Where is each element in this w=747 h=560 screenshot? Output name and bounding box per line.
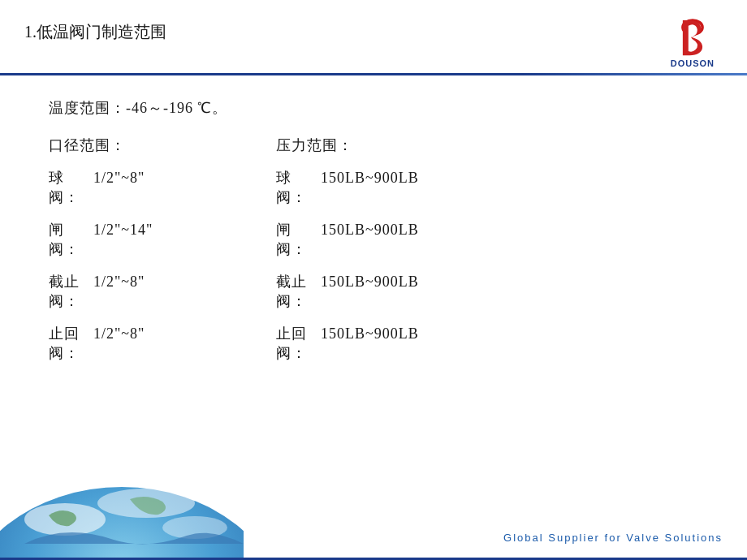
- valve-diameter-value: 1/2"~8": [93, 274, 145, 291]
- valve-name-right: 截止阀：: [276, 272, 321, 311]
- earth-decoration: [0, 454, 244, 560]
- valve-name-right: 止回阀：: [276, 324, 321, 363]
- valve-pressure-value: 150LB~900LB: [321, 325, 419, 342]
- valve-diameter-value: 1/2"~8": [93, 170, 145, 187]
- page-header: 1.低温阀门制造范围 DOUSON: [0, 0, 747, 68]
- valve-row: 球 阀： 1/2"~8" 球 阀： 150LB~900LB: [49, 168, 698, 207]
- valve-diameter-col: 球 阀： 1/2"~8": [49, 168, 276, 207]
- valve-pressure-value: 150LB~900LB: [321, 274, 419, 291]
- valve-name-right: 闸 阀：: [276, 220, 321, 259]
- main-content: 温度范围：-46～-196 ℃。 口径范围： 压力范围： 球 阀： 1/2"~8…: [0, 75, 747, 363]
- valve-pressure-col: 截止阀： 150LB~900LB: [276, 272, 520, 311]
- valve-name-right: 球 阀：: [276, 168, 321, 207]
- valve-diameter-col: 止回阀： 1/2"~8": [49, 324, 276, 363]
- valve-diameter-col: 截止阀： 1/2"~8": [49, 272, 276, 311]
- valve-diameter-value: 1/2"~14": [93, 222, 153, 239]
- valve-pressure-value: 150LB~900LB: [321, 222, 419, 239]
- logo-container: DOUSON: [671, 15, 715, 68]
- valve-diameter-value: 1/2"~8": [93, 325, 145, 342]
- range-headers: 口径范围： 压力范围：: [49, 136, 698, 155]
- douson-logo-icon: [671, 15, 714, 57]
- page-title: 1.低温阀门制造范围: [24, 15, 166, 43]
- valve-row: 闸 阀： 1/2"~14" 闸 阀： 150LB~900LB: [49, 220, 698, 259]
- valve-name-left: 止回阀：: [49, 324, 93, 363]
- diameter-label: 口径范围：: [49, 136, 276, 155]
- valve-pressure-value: 150LB~900LB: [321, 170, 419, 187]
- logo-text: DOUSON: [671, 58, 715, 68]
- valve-pressure-col: 球 阀： 150LB~900LB: [276, 168, 520, 207]
- valve-name-left: 球 阀：: [49, 168, 93, 207]
- valve-pressure-col: 闸 阀： 150LB~900LB: [276, 220, 520, 259]
- valve-name-left: 闸 阀：: [49, 220, 93, 259]
- temp-range-text: 温度范围：-46～-196 ℃。: [49, 98, 698, 118]
- footer-tagline: Global Supplier for Valve Solutions: [503, 532, 723, 544]
- valve-name-left: 截止阀：: [49, 272, 93, 311]
- valve-rows: 球 阀： 1/2"~8" 球 阀： 150LB~900LB 闸 阀： 1/2"~…: [49, 168, 698, 363]
- valve-diameter-col: 闸 阀： 1/2"~14": [49, 220, 276, 259]
- valve-row: 截止阀： 1/2"~8" 截止阀： 150LB~900LB: [49, 272, 698, 311]
- pressure-label: 压力范围：: [276, 136, 520, 155]
- valve-pressure-col: 止回阀： 150LB~900LB: [276, 324, 520, 363]
- valve-row: 止回阀： 1/2"~8" 止回阀： 150LB~900LB: [49, 324, 698, 363]
